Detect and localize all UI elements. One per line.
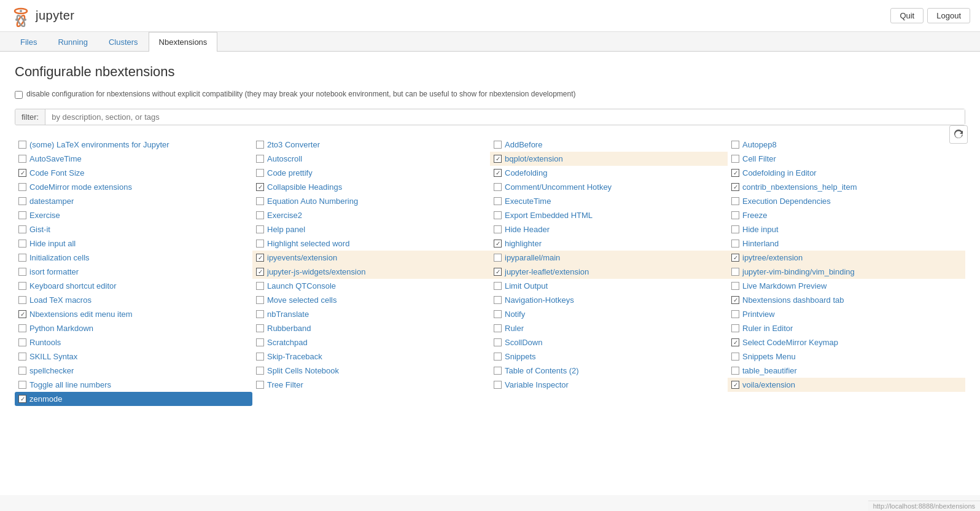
list-item[interactable]: Execution Dependencies xyxy=(728,194,965,208)
extension-link[interactable]: Printview xyxy=(742,310,775,319)
extension-checkbox[interactable] xyxy=(256,367,264,375)
list-item[interactable]: Nbextensions dashboard tab xyxy=(728,293,965,307)
extension-link[interactable]: Freeze xyxy=(742,211,767,220)
list-item[interactable]: Freeze xyxy=(728,208,965,222)
extension-checkbox[interactable] xyxy=(731,381,739,389)
extension-link[interactable]: Equation Auto Numbering xyxy=(267,197,358,206)
extension-checkbox[interactable] xyxy=(256,240,264,248)
list-item[interactable]: AddBefore xyxy=(490,138,728,152)
disable-config-checkbox[interactable] xyxy=(15,91,23,99)
extension-checkbox[interactable] xyxy=(256,225,264,233)
extension-checkbox[interactable] xyxy=(18,324,26,332)
list-item[interactable]: (some) LaTeX environments for Jupyter xyxy=(15,138,252,152)
extension-link[interactable]: Nbextensions dashboard tab xyxy=(742,295,844,305)
extension-checkbox[interactable] xyxy=(18,240,26,248)
extension-checkbox[interactable] xyxy=(256,282,264,290)
extension-checkbox[interactable] xyxy=(18,141,26,149)
extension-checkbox[interactable] xyxy=(731,296,739,304)
extension-checkbox[interactable] xyxy=(18,225,26,233)
list-item[interactable]: Split Cells Notebook xyxy=(252,364,490,378)
list-item[interactable]: Runtools xyxy=(15,335,252,349)
list-item[interactable]: Export Embedded HTML xyxy=(490,208,728,222)
extension-checkbox[interactable] xyxy=(731,155,739,163)
extension-link[interactable]: (some) LaTeX environments for Jupyter xyxy=(29,140,169,149)
list-item[interactable]: ExecuteTime xyxy=(490,194,728,208)
extension-link[interactable]: AddBefore xyxy=(505,140,542,149)
extension-link[interactable]: Ruler xyxy=(505,324,524,333)
extension-checkbox[interactable] xyxy=(731,225,739,233)
filter-input[interactable] xyxy=(45,109,965,125)
list-item[interactable]: Nbextensions edit menu item xyxy=(15,307,252,321)
list-item[interactable]: Notify xyxy=(490,307,728,321)
list-item[interactable]: Hide input all xyxy=(15,236,252,251)
extension-link[interactable]: jupyter-vim-binding/vim_binding xyxy=(742,267,855,276)
extension-checkbox[interactable] xyxy=(731,254,739,262)
list-item[interactable]: Snippets Menu xyxy=(728,349,965,364)
extension-link[interactable]: CodeMirror mode extensions xyxy=(29,182,132,192)
extension-link[interactable]: Ruler in Editor xyxy=(742,324,793,333)
extension-link[interactable]: Load TeX macros xyxy=(29,295,91,305)
extension-checkbox[interactable] xyxy=(494,353,502,361)
list-item[interactable]: isort formatter xyxy=(15,265,252,279)
tab-running[interactable]: Running xyxy=(47,32,98,52)
extension-link[interactable]: Toggle all line numbers xyxy=(29,380,111,389)
list-item[interactable]: Equation Auto Numbering xyxy=(252,194,490,208)
extension-link[interactable]: Python Markdown xyxy=(29,324,93,333)
list-item[interactable]: Code prettify xyxy=(252,166,490,180)
list-item[interactable]: voila/extension xyxy=(728,378,965,392)
list-item[interactable]: ScollDown xyxy=(490,335,728,349)
list-item[interactable]: Gist-it xyxy=(15,222,252,236)
extension-checkbox[interactable] xyxy=(256,211,264,219)
list-item[interactable]: Printview xyxy=(728,307,965,321)
extension-link[interactable]: Export Embedded HTML xyxy=(505,211,593,220)
list-item[interactable]: Hinterland xyxy=(728,236,965,251)
list-item[interactable]: 2to3 Converter xyxy=(252,138,490,152)
extension-checkbox[interactable] xyxy=(256,183,264,191)
extension-checkbox[interactable] xyxy=(18,338,26,346)
extension-checkbox[interactable] xyxy=(494,225,502,233)
extension-checkbox[interactable] xyxy=(731,310,739,318)
logout-button[interactable]: Logout xyxy=(927,8,970,23)
list-item[interactable]: Initialization cells xyxy=(15,251,252,265)
list-item[interactable]: Keyboard shortcut editor xyxy=(15,279,252,293)
extension-link[interactable]: Snippets xyxy=(505,352,536,361)
extension-checkbox[interactable] xyxy=(494,197,502,205)
extension-checkbox[interactable] xyxy=(731,282,739,290)
extension-checkbox[interactable] xyxy=(494,183,502,191)
extension-link[interactable]: Codefolding in Editor xyxy=(742,168,817,177)
list-item[interactable]: zenmode xyxy=(15,392,252,406)
extension-checkbox[interactable] xyxy=(731,240,739,248)
extension-checkbox[interactable] xyxy=(18,155,26,163)
extension-checkbox[interactable] xyxy=(494,169,502,177)
extension-link[interactable]: nbTranslate xyxy=(267,310,309,319)
list-item[interactable]: Live Markdown Preview xyxy=(728,279,965,293)
extension-checkbox[interactable] xyxy=(18,395,26,403)
list-item[interactable]: Skip-Traceback xyxy=(252,349,490,364)
list-item[interactable]: ipyparallel/main xyxy=(490,251,728,265)
tab-files[interactable]: Files xyxy=(10,32,47,52)
list-item[interactable]: Autoscroll xyxy=(252,152,490,166)
list-item[interactable]: spellchecker xyxy=(15,364,252,378)
extension-link[interactable]: Hinterland xyxy=(742,239,779,248)
extension-link[interactable]: Cell Filter xyxy=(742,154,776,163)
list-item[interactable]: Rubberband xyxy=(252,321,490,335)
extension-checkbox[interactable] xyxy=(494,268,502,276)
tab-nbextensions[interactable]: Nbextensions xyxy=(149,32,218,52)
extension-link[interactable]: Execution Dependencies xyxy=(742,197,831,206)
extension-link[interactable]: Autopep8 xyxy=(742,140,777,149)
extension-checkbox[interactable] xyxy=(494,310,502,318)
extension-link[interactable]: Select CodeMirror Keymap xyxy=(742,338,838,347)
extension-link[interactable]: SKILL Syntax xyxy=(29,352,77,361)
extension-link[interactable]: Nbextensions edit menu item xyxy=(29,310,133,319)
extension-link[interactable]: Table of Contents (2) xyxy=(505,366,579,375)
extension-link[interactable]: Live Markdown Preview xyxy=(742,281,826,291)
extension-link[interactable]: ExecuteTime xyxy=(505,197,551,206)
extension-checkbox[interactable] xyxy=(256,169,264,177)
list-item[interactable]: Variable Inspector xyxy=(490,378,728,392)
extension-link[interactable]: Initialization cells xyxy=(29,253,90,262)
extension-checkbox[interactable] xyxy=(494,282,502,290)
extension-checkbox[interactable] xyxy=(731,353,739,361)
list-item[interactable]: Snippets xyxy=(490,349,728,364)
extension-checkbox[interactable] xyxy=(256,254,264,262)
extension-link[interactable]: Navigation-Hotkeys xyxy=(505,295,574,305)
